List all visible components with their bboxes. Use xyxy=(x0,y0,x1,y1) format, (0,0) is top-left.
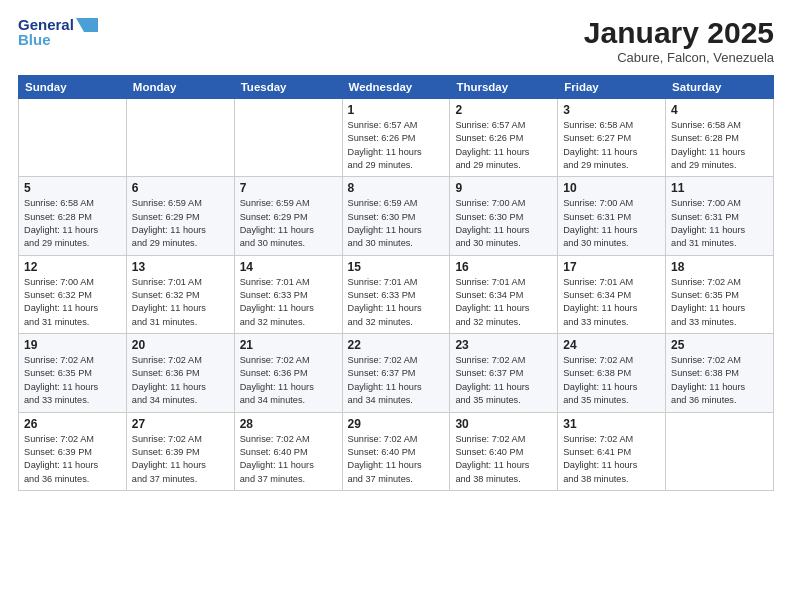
header-thursday: Thursday xyxy=(450,76,558,99)
table-row: 18Sunrise: 7:02 AM Sunset: 6:35 PM Dayli… xyxy=(666,255,774,333)
day-info: Sunrise: 7:00 AM Sunset: 6:30 PM Dayligh… xyxy=(455,197,552,250)
day-info: Sunrise: 6:57 AM Sunset: 6:26 PM Dayligh… xyxy=(348,119,445,172)
day-info: Sunrise: 7:02 AM Sunset: 6:40 PM Dayligh… xyxy=(455,433,552,486)
day-info: Sunrise: 7:01 AM Sunset: 6:32 PM Dayligh… xyxy=(132,276,229,329)
day-info: Sunrise: 7:02 AM Sunset: 6:36 PM Dayligh… xyxy=(132,354,229,407)
table-row: 16Sunrise: 7:01 AM Sunset: 6:34 PM Dayli… xyxy=(450,255,558,333)
table-row: 15Sunrise: 7:01 AM Sunset: 6:33 PM Dayli… xyxy=(342,255,450,333)
day-number: 14 xyxy=(240,260,337,274)
logo-blue: Blue xyxy=(18,31,51,48)
table-row: 17Sunrise: 7:01 AM Sunset: 6:34 PM Dayli… xyxy=(558,255,666,333)
day-info: Sunrise: 7:02 AM Sunset: 6:40 PM Dayligh… xyxy=(348,433,445,486)
table-row xyxy=(234,99,342,177)
day-info: Sunrise: 6:59 AM Sunset: 6:29 PM Dayligh… xyxy=(132,197,229,250)
table-row: 3Sunrise: 6:58 AM Sunset: 6:27 PM Daylig… xyxy=(558,99,666,177)
day-info: Sunrise: 6:58 AM Sunset: 6:27 PM Dayligh… xyxy=(563,119,660,172)
day-number: 15 xyxy=(348,260,445,274)
table-row: 1Sunrise: 6:57 AM Sunset: 6:26 PM Daylig… xyxy=(342,99,450,177)
day-number: 26 xyxy=(24,417,121,431)
table-row: 4Sunrise: 6:58 AM Sunset: 6:28 PM Daylig… xyxy=(666,99,774,177)
header-tuesday: Tuesday xyxy=(234,76,342,99)
week-row-4: 19Sunrise: 7:02 AM Sunset: 6:35 PM Dayli… xyxy=(19,334,774,412)
table-row: 12Sunrise: 7:00 AM Sunset: 6:32 PM Dayli… xyxy=(19,255,127,333)
day-number: 2 xyxy=(455,103,552,117)
day-info: Sunrise: 7:02 AM Sunset: 6:36 PM Dayligh… xyxy=(240,354,337,407)
table-row: 26Sunrise: 7:02 AM Sunset: 6:39 PM Dayli… xyxy=(19,412,127,490)
header-sunday: Sunday xyxy=(19,76,127,99)
day-number: 31 xyxy=(563,417,660,431)
day-info: Sunrise: 7:02 AM Sunset: 6:38 PM Dayligh… xyxy=(671,354,768,407)
day-info: Sunrise: 6:59 AM Sunset: 6:29 PM Dayligh… xyxy=(240,197,337,250)
day-number: 4 xyxy=(671,103,768,117)
day-number: 5 xyxy=(24,181,121,195)
day-number: 11 xyxy=(671,181,768,195)
header-wednesday: Wednesday xyxy=(342,76,450,99)
table-row xyxy=(666,412,774,490)
day-info: Sunrise: 7:00 AM Sunset: 6:31 PM Dayligh… xyxy=(671,197,768,250)
day-info: Sunrise: 7:02 AM Sunset: 6:40 PM Dayligh… xyxy=(240,433,337,486)
day-number: 25 xyxy=(671,338,768,352)
day-info: Sunrise: 6:58 AM Sunset: 6:28 PM Dayligh… xyxy=(671,119,768,172)
table-row: 21Sunrise: 7:02 AM Sunset: 6:36 PM Dayli… xyxy=(234,334,342,412)
calendar-table: Sunday Monday Tuesday Wednesday Thursday… xyxy=(18,75,774,491)
table-row: 11Sunrise: 7:00 AM Sunset: 6:31 PM Dayli… xyxy=(666,177,774,255)
title-area: January 2025 Cabure, Falcon, Venezuela xyxy=(584,16,774,65)
table-row: 25Sunrise: 7:02 AM Sunset: 6:38 PM Dayli… xyxy=(666,334,774,412)
day-number: 9 xyxy=(455,181,552,195)
day-number: 20 xyxy=(132,338,229,352)
svg-marker-0 xyxy=(76,18,98,32)
day-number: 1 xyxy=(348,103,445,117)
table-row: 30Sunrise: 7:02 AM Sunset: 6:40 PM Dayli… xyxy=(450,412,558,490)
week-row-3: 12Sunrise: 7:00 AM Sunset: 6:32 PM Dayli… xyxy=(19,255,774,333)
header-friday: Friday xyxy=(558,76,666,99)
table-row: 19Sunrise: 7:02 AM Sunset: 6:35 PM Dayli… xyxy=(19,334,127,412)
day-number: 23 xyxy=(455,338,552,352)
day-number: 6 xyxy=(132,181,229,195)
day-number: 30 xyxy=(455,417,552,431)
table-row: 23Sunrise: 7:02 AM Sunset: 6:37 PM Dayli… xyxy=(450,334,558,412)
day-info: Sunrise: 6:59 AM Sunset: 6:30 PM Dayligh… xyxy=(348,197,445,250)
day-info: Sunrise: 7:00 AM Sunset: 6:31 PM Dayligh… xyxy=(563,197,660,250)
table-row: 29Sunrise: 7:02 AM Sunset: 6:40 PM Dayli… xyxy=(342,412,450,490)
table-row: 6Sunrise: 6:59 AM Sunset: 6:29 PM Daylig… xyxy=(126,177,234,255)
day-number: 22 xyxy=(348,338,445,352)
day-info: Sunrise: 7:02 AM Sunset: 6:35 PM Dayligh… xyxy=(24,354,121,407)
logo-arrow-icon xyxy=(76,18,98,32)
table-row xyxy=(19,99,127,177)
day-info: Sunrise: 7:02 AM Sunset: 6:41 PM Dayligh… xyxy=(563,433,660,486)
day-number: 12 xyxy=(24,260,121,274)
day-info: Sunrise: 7:02 AM Sunset: 6:35 PM Dayligh… xyxy=(671,276,768,329)
day-number: 17 xyxy=(563,260,660,274)
day-number: 10 xyxy=(563,181,660,195)
day-number: 29 xyxy=(348,417,445,431)
day-info: Sunrise: 7:02 AM Sunset: 6:39 PM Dayligh… xyxy=(24,433,121,486)
day-info: Sunrise: 7:01 AM Sunset: 6:34 PM Dayligh… xyxy=(455,276,552,329)
table-row: 13Sunrise: 7:01 AM Sunset: 6:32 PM Dayli… xyxy=(126,255,234,333)
day-info: Sunrise: 7:01 AM Sunset: 6:34 PM Dayligh… xyxy=(563,276,660,329)
week-row-1: 1Sunrise: 6:57 AM Sunset: 6:26 PM Daylig… xyxy=(19,99,774,177)
day-number: 24 xyxy=(563,338,660,352)
table-row: 2Sunrise: 6:57 AM Sunset: 6:26 PM Daylig… xyxy=(450,99,558,177)
page-header: General Blue January 2025 Cabure, Falcon… xyxy=(18,16,774,65)
day-number: 3 xyxy=(563,103,660,117)
day-info: Sunrise: 6:57 AM Sunset: 6:26 PM Dayligh… xyxy=(455,119,552,172)
table-row: 22Sunrise: 7:02 AM Sunset: 6:37 PM Dayli… xyxy=(342,334,450,412)
day-info: Sunrise: 7:02 AM Sunset: 6:39 PM Dayligh… xyxy=(132,433,229,486)
day-number: 27 xyxy=(132,417,229,431)
day-number: 21 xyxy=(240,338,337,352)
logo: General Blue xyxy=(18,16,98,49)
table-row: 20Sunrise: 7:02 AM Sunset: 6:36 PM Dayli… xyxy=(126,334,234,412)
header-monday: Monday xyxy=(126,76,234,99)
table-row: 9Sunrise: 7:00 AM Sunset: 6:30 PM Daylig… xyxy=(450,177,558,255)
table-row: 24Sunrise: 7:02 AM Sunset: 6:38 PM Dayli… xyxy=(558,334,666,412)
table-row: 10Sunrise: 7:00 AM Sunset: 6:31 PM Dayli… xyxy=(558,177,666,255)
day-info: Sunrise: 7:02 AM Sunset: 6:37 PM Dayligh… xyxy=(348,354,445,407)
day-number: 16 xyxy=(455,260,552,274)
day-info: Sunrise: 7:02 AM Sunset: 6:37 PM Dayligh… xyxy=(455,354,552,407)
day-number: 19 xyxy=(24,338,121,352)
day-number: 13 xyxy=(132,260,229,274)
day-number: 28 xyxy=(240,417,337,431)
day-number: 8 xyxy=(348,181,445,195)
day-info: Sunrise: 7:02 AM Sunset: 6:38 PM Dayligh… xyxy=(563,354,660,407)
days-header-row: Sunday Monday Tuesday Wednesday Thursday… xyxy=(19,76,774,99)
